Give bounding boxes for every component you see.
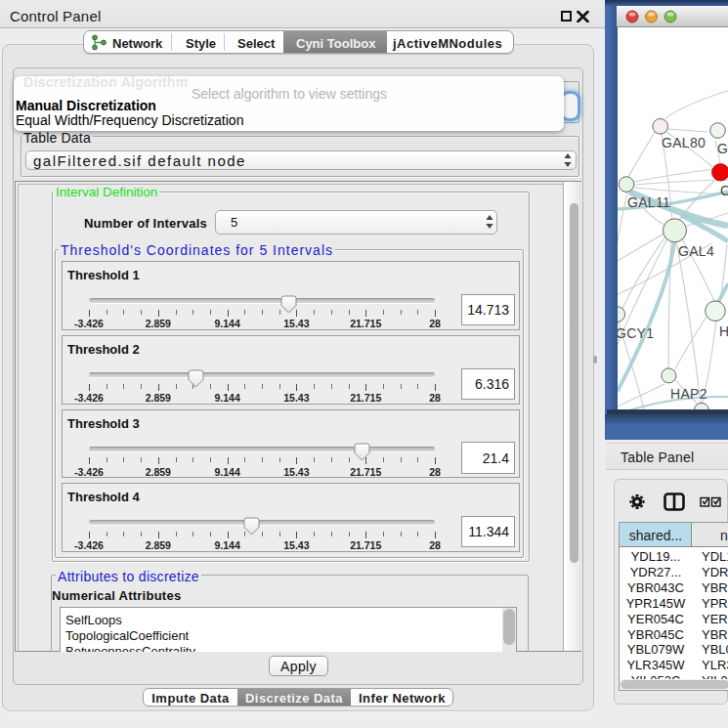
svg-text:GCY1: GCY1 [618, 325, 654, 341]
svg-text:C: C [720, 183, 728, 198]
svg-text:HAP2: HAP2 [670, 386, 707, 402]
svg-text:H: H [719, 323, 728, 339]
svg-text:GAL11: GAL11 [627, 194, 670, 210]
svg-text:GA: GA [717, 141, 728, 156]
svg-text:GAL4: GAL4 [678, 243, 714, 259]
svg-text:GAL80: GAL80 [662, 135, 706, 150]
